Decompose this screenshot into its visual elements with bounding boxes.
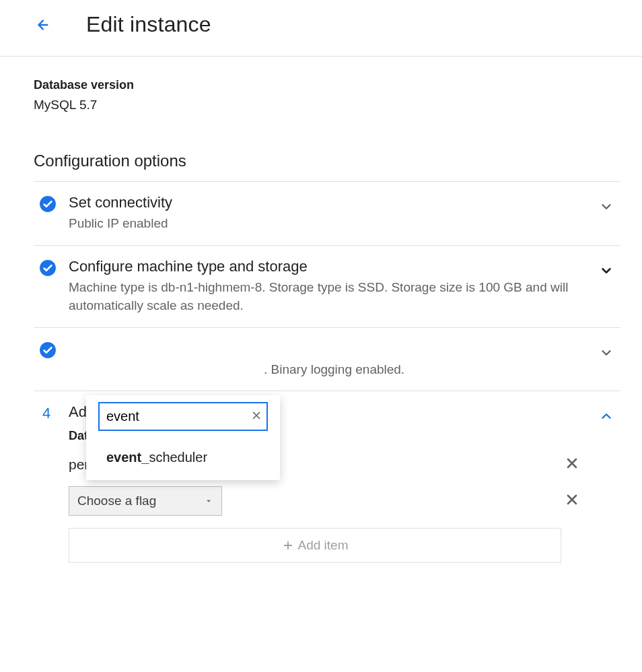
row-machine-sub: Machine type is db-n1-highmem-8. Storage… (69, 278, 583, 315)
clear-input-button[interactable] (250, 409, 262, 424)
page-title: Edit instance (86, 12, 211, 37)
collapse-flags[interactable] (599, 409, 614, 426)
chevron-up-icon (599, 409, 614, 424)
check-circle-icon (39, 195, 57, 213)
flag-search-input[interactable] (98, 402, 268, 431)
row-connectivity-sub: Public IP enabled (69, 214, 583, 233)
close-icon (564, 492, 580, 508)
chevron-down-icon (599, 199, 614, 214)
expand-machine[interactable] (599, 263, 614, 281)
add-item-label: Add item (298, 538, 349, 553)
row-backups-title (69, 340, 583, 358)
remove-flag-button[interactable] (564, 455, 580, 474)
check-circle-icon (39, 259, 57, 277)
arrow-left-icon (34, 18, 49, 32)
row-connectivity-title: Set connectivity (69, 194, 583, 211)
remove-flag-button[interactable] (564, 492, 580, 510)
chevron-down-icon (599, 263, 614, 278)
caret-down-icon (204, 496, 213, 506)
expand-backups[interactable] (599, 345, 614, 363)
chevron-down-icon (599, 345, 614, 360)
flag-autocomplete: event_scheduler (86, 395, 280, 480)
add-item-button[interactable]: Add item (69, 528, 561, 563)
check-circle-icon (39, 341, 57, 359)
plus-icon (282, 539, 294, 551)
step-number: 4 (39, 405, 54, 422)
autocomplete-option[interactable]: event_scheduler (86, 440, 280, 477)
flag-row-new: Choose a flag (69, 486, 583, 516)
config-options-title: Configuration options (34, 152, 620, 170)
close-icon (564, 455, 580, 471)
close-icon (250, 409, 262, 422)
choose-flag-label: Choose a flag (77, 494, 156, 508)
option-rest: scheduler (149, 450, 207, 465)
row-machine-title: Configure machine type and storage (69, 258, 583, 275)
row-connectivity[interactable]: Set connectivity Public IP enabled (34, 182, 620, 246)
row-machine[interactable]: Configure machine type and storage Machi… (34, 246, 620, 328)
back-button[interactable] (30, 13, 54, 37)
expand-connectivity[interactable] (599, 199, 614, 217)
db-version-value: MySQL 5.7 (34, 98, 620, 112)
row-backups-sub: . Binary logging enabled. (69, 360, 583, 379)
option-match: event_ (106, 450, 149, 465)
row-backups[interactable]: . Binary logging enabled. (34, 328, 620, 392)
choose-flag-select[interactable]: Choose a flag (69, 486, 222, 516)
db-version-label: Database version (34, 78, 620, 92)
